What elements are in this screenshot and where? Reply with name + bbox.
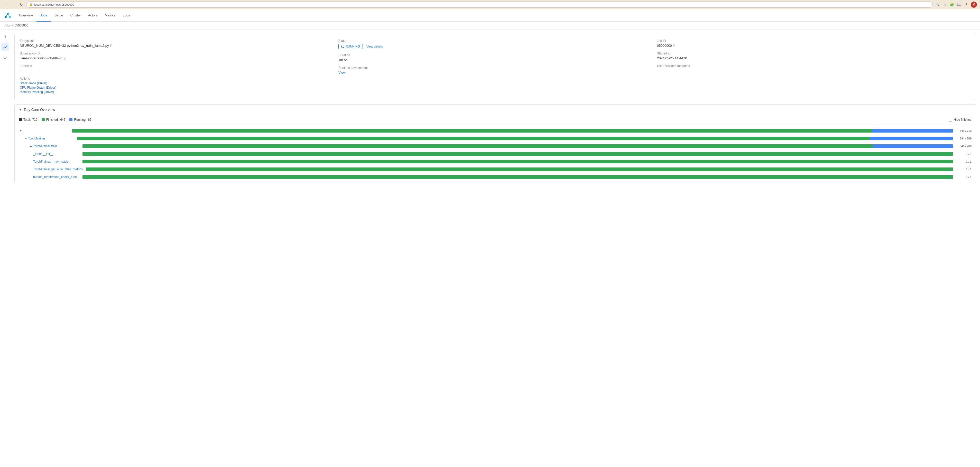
url-bar[interactable]: 🔒 localhost:8265/#/jobs/05000000 — [26, 2, 933, 8]
runtime-label: Runtime environment — [339, 66, 652, 70]
stack-trace-link[interactable]: Stack Trace (Driver) — [20, 81, 333, 85]
progress-row-torch-trainer-train: ▶TorchTrainer.train641 / 706 — [14, 142, 976, 150]
row-label-torch-trainer-get-auto[interactable]: TorchTrainer.get_auto_filled_metrics — [33, 167, 83, 171]
running-label: Running: — [74, 118, 86, 121]
progress-count-torch-trainer-train: 641 / 706 — [956, 145, 972, 148]
progress-bar-inner-init — [83, 152, 953, 156]
app-nav: Overview Jobs Serve Cluster Actors Metri… — [0, 9, 980, 22]
progress-bar-torch-trainer-ray-ready — [83, 160, 953, 164]
breadcrumb-parent[interactable]: Jobs — [4, 24, 11, 27]
hide-finished-checkbox[interactable] — [949, 118, 952, 121]
hide-finished-row: Hide finished — [949, 118, 972, 121]
row-label-bundle-reservation[interactable]: bundle_reservation_check_func — [33, 175, 80, 179]
job-left-col: Entrypoint NEURON_NUM_DEVICES=32 python3… — [20, 39, 333, 95]
progress-rows-container: ▼645 / 710▼TorchTrainer644 / 709▶TorchTr… — [14, 125, 976, 183]
ended-value: - — [20, 69, 333, 73]
finished-dot — [41, 118, 45, 121]
expand-btn-torch-trainer-train[interactable]: ▶ — [29, 145, 33, 148]
expand-btn-root[interactable]: ▼ — [19, 129, 23, 132]
blue-bar-torch-trainer-train — [873, 145, 953, 148]
sidebar-info-icon[interactable]: ℹ — [1, 33, 9, 41]
bookmark-icon[interactable]: 📖 — [956, 2, 962, 8]
total-value: 710 — [32, 118, 38, 121]
row-label-torch-trainer-train[interactable]: TorchTrainer.train — [33, 145, 80, 148]
actions-section: Actions Stack Trace (Driver) CPU Flame G… — [20, 77, 333, 94]
finished-label: Finished: — [46, 118, 59, 121]
submission-value: llama2-pretraining-job-68mjd ⎘ — [20, 56, 333, 60]
progress-count-torch-trainer-ray-ready: 1 / 1 — [956, 160, 972, 163]
ended-label: Ended at — [20, 64, 333, 68]
nav-actors[interactable]: Actors — [84, 9, 101, 22]
row-label-torch-trainer[interactable]: TorchTrainer — [28, 137, 74, 140]
ray-core-overview-card: ▼ Ray Core Overview Total: 710 Finished:… — [14, 104, 976, 183]
nav-serve[interactable]: Serve — [51, 9, 67, 22]
nav-logs[interactable]: Logs — [119, 9, 134, 22]
blue-bar-root — [872, 129, 953, 133]
breadcrumb-separator: / — [12, 24, 13, 27]
running-stat: Running: 65 — [69, 118, 91, 121]
main-layout: ℹ ⏱ Entrypoint NEURON_NUM_DEVICES=32 pyt… — [0, 30, 980, 467]
content-area: Entrypoint NEURON_NUM_DEVICES=32 python3… — [10, 30, 980, 467]
finished-stat: Finished: 645 — [41, 118, 65, 121]
nav-metrics[interactable]: Metrics — [101, 9, 119, 22]
green-bar-torch-trainer-ray-ready — [83, 160, 953, 164]
progress-bar-torch-trainer — [77, 137, 953, 140]
reload-button[interactable]: ↻ — [19, 2, 24, 8]
status-text: RUNNING — [345, 45, 360, 48]
nav-overview[interactable]: Overview — [16, 9, 37, 22]
search-icon[interactable]: 🔍 — [935, 2, 940, 8]
status-spinner — [341, 45, 344, 48]
collapse-icon: ▼ — [19, 108, 22, 111]
jobid-value: 05000000 ⎘ — [657, 44, 970, 48]
cpu-flame-link[interactable]: CPU Flame Graph (Driver) — [20, 86, 333, 89]
section-title: Ray Core Overview — [24, 108, 55, 112]
user-avatar[interactable]: V — [971, 2, 977, 8]
ray-core-section-header[interactable]: ▼ Ray Core Overview — [14, 104, 976, 115]
total-stat: Total: 710 — [19, 118, 38, 121]
svg-line-3 — [6, 14, 8, 17]
svg-line-4 — [8, 14, 10, 17]
copy-jobid-icon[interactable]: ⎘ — [673, 44, 675, 48]
progress-count-torch-trainer: 644 / 709 — [956, 137, 972, 140]
sidebar: ℹ ⏱ — [0, 30, 10, 467]
star-icon[interactable]: ☆ — [942, 2, 948, 8]
expand-btn-torch-trainer[interactable]: ▼ — [24, 137, 28, 140]
started-value: 2024/05/25 14:44:01 — [657, 56, 970, 60]
started-label: Started at — [657, 52, 970, 55]
runtime-view-link[interactable]: View — [339, 71, 345, 75]
memory-profiling-link[interactable]: Memory Profiling (Driver) — [20, 90, 333, 94]
progress-bar-torch-trainer-train — [83, 145, 953, 148]
progress-row-bundle-reservation: bundle_reservation_check_func1 / 1 — [14, 173, 976, 181]
entrypoint-label: Entrypoint — [20, 39, 333, 43]
forward-button[interactable]: → — [11, 2, 16, 8]
job-detail-card: Entrypoint NEURON_NUM_DEVICES=32 python3… — [14, 33, 976, 100]
progress-count-inner-init: 1 / 1 — [956, 152, 972, 156]
submission-label: Submission ID — [20, 52, 333, 55]
row-label-inner-init[interactable]: _Inner.__init__ — [33, 152, 80, 156]
progress-count-bundle-reservation: 1 / 1 — [956, 175, 972, 178]
copy-submission-icon[interactable]: ⎘ — [64, 57, 65, 60]
lock-icon: 🔒 — [29, 3, 33, 6]
back-button[interactable]: ← — [3, 2, 9, 8]
copy-entrypoint-icon[interactable]: ⎘ — [110, 44, 112, 48]
sidebar-chart-icon[interactable] — [1, 43, 9, 51]
metadata-label: User-provided metadata — [657, 64, 970, 68]
row-label-torch-trainer-ray-ready[interactable]: TorchTrainer.__ray_ready__ — [33, 160, 80, 164]
nav-cluster[interactable]: Cluster — [67, 9, 84, 22]
extension-icon[interactable]: 🧩 — [949, 2, 955, 8]
url-text: localhost:8265/#/jobs/05000000 — [34, 3, 74, 6]
progress-row-torch-trainer: ▼TorchTrainer644 / 709 — [14, 135, 976, 142]
sidebar-clock-icon[interactable]: ⏱ — [1, 53, 9, 61]
progress-count-root: 645 / 710 — [956, 129, 972, 132]
breadcrumb-current: 05000000 — [14, 24, 28, 27]
stats-row: Total: 710 Finished: 645 Running: 65 Hid… — [14, 115, 976, 125]
progress-count-torch-trainer-get-auto: 1 / 1 — [956, 168, 972, 171]
browser-bar: ← → ↻ 🔒 localhost:8265/#/jobs/05000000 🔍… — [0, 0, 980, 9]
status-value: RUNNING View details — [339, 44, 652, 49]
green-bar-bundle-reservation — [83, 175, 953, 179]
nav-jobs[interactable]: Jobs — [37, 9, 51, 22]
menu-icon[interactable]: ⋮ — [964, 2, 969, 8]
view-details-link[interactable]: View details — [366, 45, 383, 48]
running-dot — [69, 118, 72, 121]
progress-row-torch-trainer-get-auto: TorchTrainer.get_auto_filled_metrics1 / … — [14, 165, 976, 173]
